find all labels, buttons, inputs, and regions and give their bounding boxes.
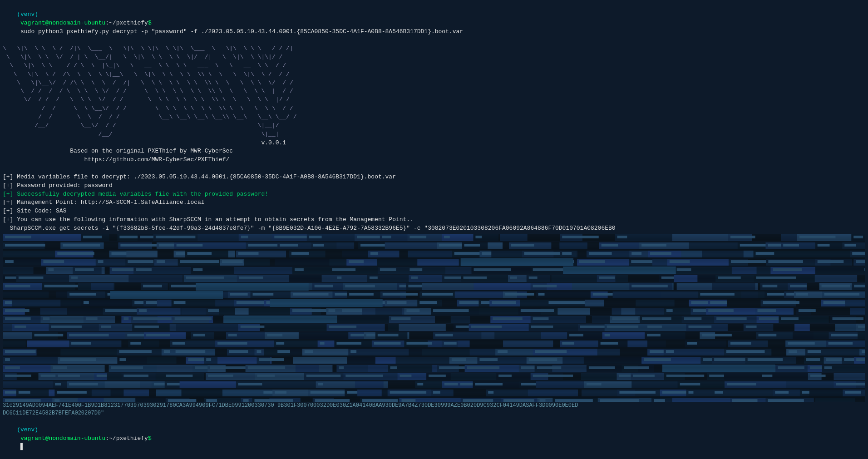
final-prompt-line[interactable]: (venv) vagrant@nondomain-ubuntu:~/pxethi… bbox=[3, 418, 865, 459]
hex-dump-line-2: DC6C11DE72E4582B7BFEFA020207D0" bbox=[3, 410, 865, 417]
prompt-symbol: $ bbox=[148, 20, 152, 26]
final-user: vagrant@nondomain-ubuntu bbox=[17, 435, 105, 442]
terminal-window: (venv) vagrant@nondomain-ubuntu:~/pxethi… bbox=[0, 0, 868, 459]
output-line-2: [+] Password provided: password bbox=[3, 182, 865, 190]
path-label: :~/pxethiefy bbox=[105, 20, 148, 26]
user-host: vagrant@nondomain-ubuntu bbox=[17, 20, 105, 26]
output-line-1: [+] Media variables file to decrypt: ./2… bbox=[3, 173, 865, 182]
final-symbol: $ bbox=[148, 435, 152, 442]
credit-line1: Based on the original PXEThief by MWR-Cy… bbox=[3, 147, 865, 156]
noise-canvas bbox=[3, 234, 865, 402]
sharpsccm-line: SharpSCCM.exe get secrets -i "{f33682b8-… bbox=[3, 224, 865, 233]
output-line-4: [+] Management Point: http://SA-SCCM-1.S… bbox=[3, 198, 865, 207]
output-line-3: [+] Successfully decrypted media variabl… bbox=[3, 190, 865, 199]
command-text: sudo python3 pxethiefy.py decrypt -p "pa… bbox=[17, 28, 463, 35]
version-line: v.0.0.1 bbox=[3, 139, 865, 148]
final-path: :~/pxethiefy bbox=[105, 435, 148, 442]
cursor: ▋ bbox=[17, 444, 24, 450]
binary-data-block bbox=[3, 234, 865, 402]
hex-dump-line-1: 31c29149AD0094AEF741E400F1B9D1B812317703… bbox=[3, 402, 865, 410]
output-line-5: [+] Site Code: SAS bbox=[3, 207, 865, 216]
final-venv: (venv) bbox=[17, 426, 38, 433]
ascii-banner: \ \|\ \ \ \ / /|\ \___ \ \|\ \ \|\ \ \|\… bbox=[3, 44, 865, 138]
venv-label: (venv) bbox=[17, 11, 38, 18]
blank-line bbox=[3, 164, 865, 173]
credit-line2: https://github.com/MWR-CyberSec/PXEThief… bbox=[3, 156, 865, 164]
output-line-6: [+] You can use the following informatio… bbox=[3, 216, 865, 224]
command-line: (venv) vagrant@nondomain-ubuntu:~/pxethi… bbox=[3, 2, 865, 44]
